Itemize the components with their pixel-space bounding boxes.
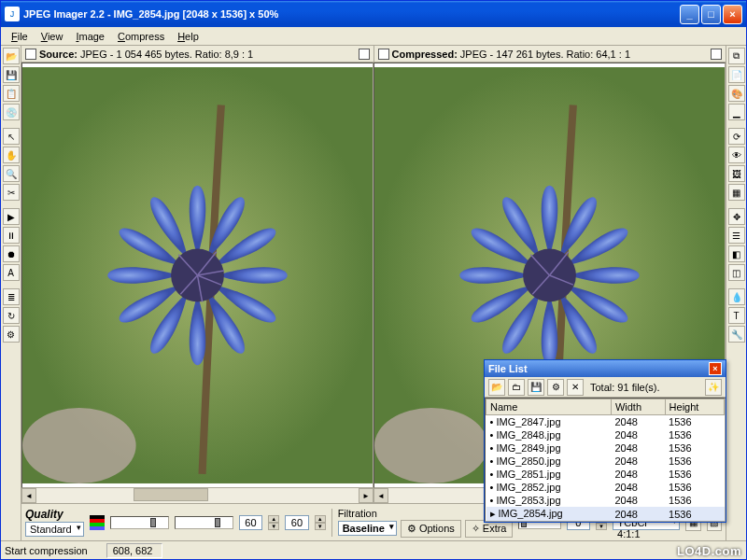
table-row[interactable]: • IMG_2853.jpg20481536	[486, 494, 725, 507]
source-toggle-button[interactable]	[25, 49, 36, 60]
refresh-icon[interactable]: ⟳	[728, 128, 745, 145]
spin-down[interactable]: ▼	[596, 523, 607, 530]
scroll-left-button[interactable]: ◄	[374, 488, 388, 503]
quality-slider-2[interactable]	[175, 516, 233, 529]
histogram-icon[interactable]: ▁	[728, 104, 745, 120]
save-list-icon[interactable]: 💾	[528, 379, 544, 396]
compressed-max-button[interactable]	[711, 49, 722, 60]
source-max-button[interactable]	[359, 49, 370, 60]
table-row[interactable]: • IMG_2849.jpg20481536	[486, 441, 725, 455]
menu-help[interactable]: Help	[171, 29, 205, 44]
disk-icon[interactable]: 💿	[3, 104, 20, 120]
table-row[interactable]: • IMG_2852.jpg20481536	[486, 481, 725, 494]
options-button[interactable]: ⚙Options	[401, 520, 461, 538]
tool-icon[interactable]: 🔧	[728, 326, 745, 343]
channel-icon[interactable]: ◧	[728, 245, 745, 262]
scroll-right-button[interactable]: ►	[359, 488, 374, 503]
right-toolbar: ⧉📄🎨▁⟳👁🖼▦✥☰◧◫💧T🔧	[726, 46, 746, 540]
copy-icon[interactable]: ⧉	[728, 48, 745, 64]
spin-down[interactable]: ▼	[315, 523, 326, 530]
svg-point-10	[374, 408, 488, 483]
maximize-button[interactable]: □	[701, 5, 721, 24]
wand-icon[interactable]: ✨	[705, 379, 722, 396]
window-title: JPEG Imager 2.2 - IMG_2854.jpg [2048 x 1…	[23, 8, 680, 20]
save-icon[interactable]: 💾	[3, 66, 20, 83]
spin-up[interactable]: ▲	[268, 515, 279, 523]
file-list-total: Total: 91 file(s).	[590, 382, 660, 393]
text-icon[interactable]: T	[728, 307, 745, 324]
compressed-toggle-button[interactable]	[378, 49, 389, 60]
col-height[interactable]: Height	[665, 399, 724, 415]
spin-up[interactable]: ▲	[315, 515, 326, 523]
menu-file[interactable]: File	[5, 29, 35, 44]
titlebar[interactable]: J JPEG Imager 2.2 - IMG_2854.jpg [2048 x…	[1, 1, 746, 27]
add-folder-icon[interactable]: 🗀	[508, 379, 525, 396]
settings-icon[interactable]: ⚙	[3, 326, 20, 343]
table-row[interactable]: ▸ IMG_2854.jpg20481536	[486, 507, 725, 521]
palette-icon[interactable]: 🎨	[728, 85, 745, 102]
table-row[interactable]: • IMG_2850.jpg20481536	[486, 455, 725, 468]
quality-mode-dropdown[interactable]: Standard	[25, 522, 84, 537]
plus-icon: ✧	[472, 523, 480, 535]
file-list-panel[interactable]: File List × 📂 🗀 💾 ⚙ ✕ Total: 91 file(s).…	[484, 359, 726, 523]
record-icon[interactable]: ⏺	[3, 245, 20, 262]
minimize-button[interactable]: _	[680, 5, 699, 24]
file-list-table: Name Width Height • IMG_2847.jpg20481536…	[486, 399, 725, 521]
color-bars-icon	[90, 515, 105, 530]
paste-icon[interactable]: 📄	[728, 66, 745, 83]
eye-icon[interactable]: 👁	[728, 147, 745, 163]
pause-icon[interactable]: ⏸	[3, 227, 20, 244]
table-row[interactable]: • IMG_2848.jpg20481536	[486, 428, 725, 441]
file-list-close-button[interactable]: ×	[709, 362, 722, 375]
baseline-dropdown[interactable]: Baseline	[338, 521, 397, 536]
open-icon[interactable]: 📂	[3, 48, 20, 64]
menu-image[interactable]: Image	[69, 29, 111, 44]
scroll-thumb[interactable]	[134, 488, 208, 501]
play-icon[interactable]: ▶	[3, 208, 20, 225]
clipboard-icon[interactable]: 📋	[3, 85, 20, 102]
zoom-icon[interactable]: 🔍	[3, 165, 20, 182]
scroll-left-button[interactable]: ◄	[21, 488, 36, 503]
source-label: Source:	[39, 49, 78, 60]
remove-icon[interactable]: ✕	[567, 379, 584, 396]
quality-label: Quality	[25, 508, 84, 521]
crop-icon[interactable]: ✂	[3, 184, 20, 201]
stack-icon[interactable]: ☰	[728, 227, 745, 244]
quality-value-1[interactable]: 60	[239, 515, 263, 530]
process-icon[interactable]: ⚙	[547, 379, 564, 396]
compressed-header: Compressed: JPEG - 147 261 bytes. Ratio:…	[374, 46, 726, 62]
col-width[interactable]: Width	[611, 399, 665, 415]
add-file-icon[interactable]: 📂	[488, 379, 505, 396]
overlay-icon[interactable]: ◫	[728, 264, 745, 281]
quality-value-2[interactable]: 60	[285, 515, 309, 530]
status-message: Start compression	[5, 545, 88, 556]
file-list-toolbar: 📂 🗀 💾 ⚙ ✕ Total: 91 file(s). ✨	[485, 377, 726, 398]
left-toolbar: 📂💾📋💿↖✋🔍✂▶⏸⏺A≣↻⚙	[1, 46, 21, 540]
close-button[interactable]: ×	[723, 5, 742, 24]
image-icon[interactable]: 🖼	[728, 165, 745, 182]
menu-compress[interactable]: Compress	[111, 29, 171, 44]
layers-icon[interactable]: ≣	[3, 288, 20, 305]
compressed-info: JPEG - 147 261 bytes. Ratio: 64,1 : 1	[460, 49, 630, 60]
source-info: JPEG - 1 054 465 bytes. Ratio: 8,9 : 1	[80, 49, 253, 60]
table-row[interactable]: • IMG_2847.jpg20481536	[486, 415, 725, 429]
rotate-icon[interactable]: ↻	[3, 307, 20, 324]
quality-slider-1[interactable]	[110, 516, 169, 529]
pointer-icon[interactable]: ↖	[3, 128, 20, 145]
table-row[interactable]: • IMG_2851.jpg20481536	[486, 468, 725, 481]
spin-down[interactable]: ▼	[268, 523, 279, 530]
drop-icon[interactable]: 💧	[728, 288, 745, 305]
source-image-pane[interactable]	[21, 63, 374, 488]
grid-icon[interactable]: ▦	[728, 184, 745, 201]
file-list-title: File List	[488, 363, 528, 374]
hand-icon[interactable]: ✋	[3, 147, 20, 163]
col-name[interactable]: Name	[486, 399, 612, 415]
auto-icon[interactable]: A	[3, 264, 20, 281]
gear-icon: ⚙	[407, 523, 416, 535]
file-list-titlebar[interactable]: File List ×	[485, 360, 726, 377]
statusbar: Start compression 608, 682	[1, 540, 746, 559]
move-icon[interactable]: ✥	[728, 208, 745, 225]
menu-view[interactable]: View	[35, 29, 70, 44]
source-scrollbar[interactable]: ◄ ►	[21, 488, 374, 503]
source-header: Source: JPEG - 1 054 465 bytes. Ratio: 8…	[21, 46, 374, 62]
